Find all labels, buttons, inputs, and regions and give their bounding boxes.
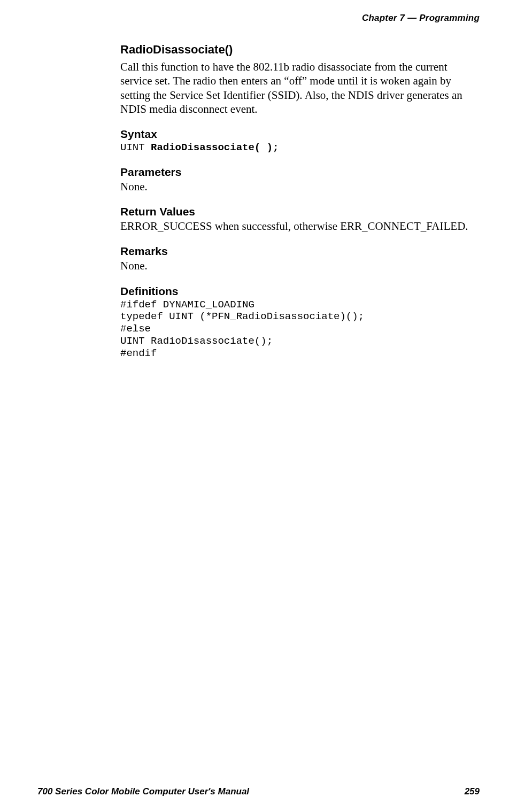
remarks-section: Remarks None.	[120, 245, 480, 273]
function-title: RadioDisassociate()	[120, 43, 480, 57]
page-footer: 700 Series Color Mobile Computer User's …	[37, 786, 480, 797]
parameters-heading: Parameters	[120, 166, 480, 179]
return-values-text: ERROR_SUCCESS when successful, otherwise…	[120, 219, 480, 233]
syntax-section: Syntax UINT RadioDisassociate( );	[120, 128, 480, 154]
definitions-line-2: #else	[120, 323, 480, 335]
remarks-text: None.	[120, 259, 480, 273]
definitions-line-3: UINT RadioDisassociate();	[120, 335, 480, 347]
function-description: Call this function to have the 802.11b r…	[120, 60, 480, 116]
chapter-title: Programming	[419, 13, 480, 23]
manual-title: 700 Series Color Mobile Computer User's …	[37, 786, 249, 797]
parameters-text: None.	[120, 180, 480, 194]
syntax-code: UINT RadioDisassociate( );	[120, 142, 480, 154]
definitions-line-4: #endif	[120, 347, 480, 360]
return-values-section: Return Values ERROR_SUCCESS when success…	[120, 205, 480, 233]
syntax-bold: RadioDisassociate( );	[151, 142, 279, 153]
definitions-heading: Definitions	[120, 285, 480, 298]
syntax-prefix: UINT	[120, 142, 151, 153]
definitions-section: Definitions #ifdef DYNAMIC_LOADING typed…	[120, 285, 480, 360]
header-separator: —	[407, 13, 416, 23]
page-number: 259	[465, 786, 480, 797]
parameters-section: Parameters None.	[120, 166, 480, 194]
page-header: Chapter 7 — Programming	[362, 13, 480, 24]
definitions-line-0: #ifdef DYNAMIC_LOADING	[120, 299, 480, 311]
page-content: RadioDisassociate() Call this function t…	[120, 43, 480, 372]
syntax-heading: Syntax	[120, 128, 480, 141]
chapter-number: 7	[400, 13, 405, 23]
definitions-line-1: typedef UINT (*PFN_RadioDisassociate)();	[120, 311, 480, 323]
chapter-label: Chapter	[362, 13, 397, 23]
return-values-heading: Return Values	[120, 205, 480, 218]
remarks-heading: Remarks	[120, 245, 480, 258]
